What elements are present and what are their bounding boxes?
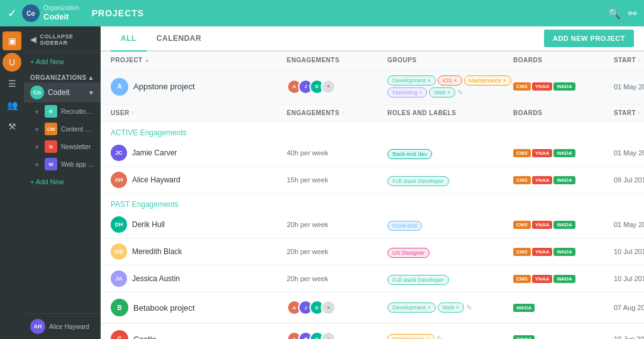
user-cell-jessica: JA Jessica Austin <box>111 270 287 287</box>
past-section-label: PAST Engagements <box>101 194 644 211</box>
boards-alice: CMS YNAA WADA <box>513 176 614 184</box>
project-row-appstone[interactable]: A Appstone project A J D + Development ×… <box>101 69 644 104</box>
people-icon[interactable]: 👥 <box>3 96 21 114</box>
org-collapse-icon[interactable]: ▲ <box>88 74 94 81</box>
project-name-betabook: Betabook project <box>133 303 195 313</box>
engagement-meredith: 20h per week <box>287 248 387 255</box>
table-header: PROJECT ▲ ENGAGEMENTS GROUPS BOARDS STAR… <box>101 52 644 69</box>
add-tag-icon[interactable]: ✎ <box>466 303 472 312</box>
sort-icon: ↕ <box>638 57 641 63</box>
start-meredith: 10 Jul 2018 <box>614 248 644 255</box>
sub-col-boards: BOARDS <box>513 109 614 116</box>
project-icon-betabook: B <box>111 299 128 316</box>
org-arrow-icon: ▼ <box>88 89 94 96</box>
start-betabook: 07 Aug 2018 <box>614 304 644 311</box>
collapse-sidebar-button[interactable]: ◀ COLLAPSE SIDEBAR <box>24 26 101 53</box>
icon-strip: ▣ U ☰ 👥 ⚒ <box>0 26 24 339</box>
start-date: 01 May 2018 <box>614 83 644 91</box>
organizations-section: ORGANIZATIONS ▲ <box>24 70 101 82</box>
tab-calendar[interactable]: CALENDAR <box>147 26 211 52</box>
boards-jamie: CMS YNAA WADA <box>513 149 614 157</box>
user-avatar-alice: AH <box>111 172 127 188</box>
tag-development: Development × <box>387 75 436 86</box>
project-name-appstone: Appstone project <box>133 82 195 91</box>
groups-cell: Development × iOS × Maintenance × Market… <box>387 75 513 97</box>
boards-betabook: WADA <box>513 304 614 312</box>
engagements-cell: A J D + <box>287 79 387 94</box>
org-dot: Co <box>30 86 44 99</box>
sort-icon: ↕ <box>638 110 641 116</box>
org-name-block: Organization Codeit <box>43 4 79 22</box>
org-title: Codeit <box>43 12 79 22</box>
sub-row-meredith: MB Meredith Black 20h per week UX Design… <box>101 238 644 265</box>
board-cms: CMS <box>513 176 531 184</box>
star-icon: ★ <box>34 126 40 133</box>
project-name-cell: B Betabook project <box>111 299 287 316</box>
sidebar-item-webapp[interactable]: ★ W Web app de... <box>24 155 101 173</box>
user-name-jessica: Jessica Austin <box>132 274 180 283</box>
project-row-betabook[interactable]: B Betabook project A J D + Development ×… <box>101 292 644 323</box>
sidebar-org-codeit[interactable]: Co Codeit ▼ <box>24 82 101 103</box>
grid-icon[interactable]: ▣ <box>3 31 21 50</box>
tab-all[interactable]: ALL <box>111 26 147 52</box>
star-icon: ★ <box>34 161 40 168</box>
board-cms: CMS <box>513 221 531 229</box>
sub-row-jamie: JC Jamie Carver 40h per week Back-end de… <box>101 140 644 167</box>
user-name-jamie: Jamie Carver <box>132 148 177 157</box>
org-logo: Co <box>22 4 40 22</box>
user-cell-jamie: JC Jamie Carver <box>111 145 287 161</box>
project-icon-appstone: A <box>111 78 128 96</box>
header-actions: 🔍 ⚯ <box>608 8 636 19</box>
user-avatar: AH <box>30 319 45 334</box>
avatar: + <box>321 79 336 94</box>
user-orange-icon[interactable]: U <box>3 53 21 72</box>
add-tag-icon[interactable]: ✎ <box>436 335 443 339</box>
boards-castle: WADA <box>513 335 614 340</box>
board-wada: WADA <box>553 176 575 184</box>
sidebar-item-recruiting[interactable]: ★ R Recruiting Pe... <box>24 103 101 120</box>
tabs: ALL CALENDAR <box>111 26 211 50</box>
add-new-button[interactable]: + Add New <box>24 53 101 70</box>
sub-col-roles: ROLES AND LABELS <box>387 109 513 116</box>
tag-web: Web × <box>429 87 455 97</box>
board-ynaa: YNAA <box>532 221 553 229</box>
tags: Development × Web × ✎ <box>387 303 513 313</box>
tag-development: Development × <box>387 303 436 313</box>
proj-name-newsletter: Newsletter <box>61 143 91 150</box>
role-jamie: Back-end dev <box>387 149 432 159</box>
board-wada: WADA <box>513 335 535 340</box>
start-castle: 10 Jun 2018 <box>614 335 644 339</box>
content-area: ALL CALENDAR ADD NEW PROJECT PROJECT ▲ E… <box>101 26 644 339</box>
filter-icon[interactable]: ⚯ <box>628 8 636 19</box>
engagement-avatars: A ✚ D + <box>287 331 387 339</box>
sidebar-item-newsletter[interactable]: ★ N Newsletter <box>24 138 101 155</box>
project-row-castle[interactable]: C Castle A ✚ D + Maintenance × ✎ <box>101 323 644 339</box>
projects-table: PROJECT ▲ ENGAGEMENTS GROUPS BOARDS STAR… <box>101 52 644 339</box>
user-cell-alice: AH Alice Hayward <box>111 172 287 188</box>
sort-icon: ↕ <box>341 110 345 116</box>
search-icon[interactable]: 🔍 <box>608 8 621 19</box>
table-icon[interactable]: ☰ <box>3 74 21 93</box>
col-groups: GROUPS <box>387 57 513 64</box>
user-avatar-derik: DH <box>111 216 127 233</box>
start-alice: 09 Jul 2018 <box>614 176 644 184</box>
board-ynaa: YNAA <box>532 248 553 256</box>
top-header: ✓ Co Organization Codeit PROJECTS 🔍 ⚯ <box>0 0 644 26</box>
main-layout: ▣ U ☰ 👥 ⚒ ◀ COLLAPSE SIDEBAR + Add New O… <box>0 26 644 339</box>
sidebar-user: AH Alice Hayward <box>24 313 101 339</box>
org-label: Organization <box>43 4 79 12</box>
add-project-button[interactable]: + Add New <box>24 173 101 191</box>
tag-maintenance: Maintenance × <box>387 334 435 339</box>
col-engagements: ENGAGEMENTS <box>287 57 387 64</box>
engagement-alice: 15h per week <box>287 176 387 184</box>
sidebar-item-content[interactable]: ★ CM Content Ma... <box>24 120 101 138</box>
board-wada: WADA <box>553 149 575 157</box>
wrench-icon[interactable]: ⚒ <box>3 117 21 136</box>
add-new-project-button[interactable]: ADD NEW PROJECT <box>544 30 634 47</box>
star-icon: ★ <box>34 108 40 115</box>
board-wada: WADA <box>553 275 575 283</box>
board-cms: CMS <box>513 248 531 256</box>
board-cms: CMS <box>513 275 531 283</box>
sub-row-jessica: JA Jessica Austin 20h per week Full stac… <box>101 265 644 292</box>
add-tag-icon[interactable]: ✎ <box>457 88 464 97</box>
